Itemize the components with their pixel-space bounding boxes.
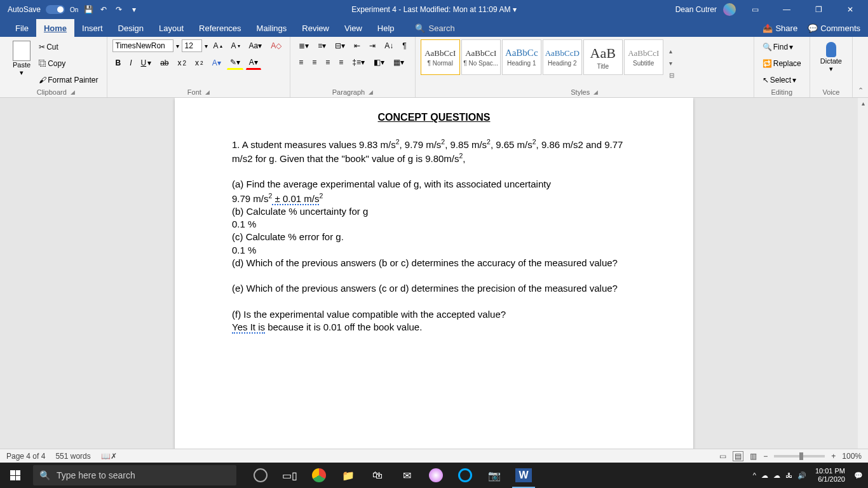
align-right-button[interactable]: ≡ — [322, 56, 333, 69]
onedrive-icon[interactable]: ☁ — [761, 471, 768, 480]
style-more-icon[interactable]: ⊟ — [666, 70, 677, 81]
onedrive-icon-2[interactable]: ☁ — [773, 471, 780, 480]
find-button[interactable]: 🔍Find ▾ — [759, 41, 804, 53]
scroll-up-icon[interactable]: ▴ — [858, 98, 868, 108]
microsoft-store-icon[interactable]: 🛍 — [363, 463, 391, 488]
taskbar-search[interactable]: 🔍 Type here to search — [33, 465, 236, 485]
network-icon[interactable]: 🖧 — [785, 471, 792, 479]
chevron-down-icon[interactable]: ▾ — [205, 43, 208, 50]
comments-button[interactable]: 💬 Comments — [808, 24, 860, 33]
style-heading-2[interactable]: AaBbCcDHeading 2 — [543, 39, 582, 75]
tab-help[interactable]: Help — [370, 19, 402, 37]
italic-button[interactable]: I — [126, 57, 135, 69]
clear-formatting-button[interactable]: A◇ — [268, 39, 285, 52]
font-size-input[interactable] — [182, 39, 202, 52]
collapse-ribbon-icon[interactable]: ⌃ — [858, 86, 864, 95]
text-effects-button[interactable]: A▾ — [209, 57, 224, 69]
document-area[interactable]: CONCEPT QUESTIONS 1. A student measures … — [0, 98, 868, 456]
style-heading-1[interactable]: AaBbCcHeading 1 — [502, 39, 541, 75]
word-count[interactable]: 551 words — [55, 452, 90, 461]
justify-button[interactable]: ≡ — [336, 56, 346, 69]
paste-button[interactable]: Paste ▾ — [10, 39, 33, 87]
vertical-scrollbar[interactable]: ▴ ▾ — [858, 98, 868, 456]
tab-references[interactable]: References — [191, 19, 248, 37]
cut-button[interactable]: ✂Cut — [36, 41, 101, 53]
cortana-circle-icon[interactable] — [451, 463, 479, 488]
paragraph-launcher-icon[interactable]: ◢ — [369, 89, 373, 95]
chevron-down-icon[interactable]: ▾ — [176, 43, 179, 50]
borders-button[interactable]: ▦▾ — [390, 56, 407, 69]
zoom-thumb[interactable] — [799, 452, 803, 460]
show-marks-button[interactable]: ¶ — [399, 39, 409, 52]
undo-icon[interactable]: ↶ — [98, 4, 109, 15]
tab-design[interactable]: Design — [111, 19, 151, 37]
ribbon-display-options-icon[interactable]: ▭ — [742, 0, 768, 19]
decrease-indent-button[interactable]: ⇤ — [351, 39, 363, 52]
file-explorer-icon[interactable]: 📁 — [334, 463, 362, 488]
page-indicator[interactable]: Page 4 of 4 — [6, 452, 45, 461]
clock[interactable]: 10:01 PM 6/1/2020 — [811, 467, 849, 484]
zoom-slider[interactable] — [774, 455, 825, 458]
action-center-icon[interactable]: 💬 — [854, 471, 863, 480]
highlight-button[interactable]: ✎▾ — [227, 56, 243, 70]
line-spacing-button[interactable]: ‡≡▾ — [349, 56, 368, 69]
font-color-button[interactable]: A▾ — [246, 56, 261, 70]
style-normal[interactable]: AaBbCcI¶ Normal — [421, 39, 460, 75]
zoom-out-button[interactable]: − — [763, 452, 768, 461]
select-button[interactable]: ↖Select ▾ — [759, 74, 804, 86]
spellcheck-icon[interactable]: 📖✗ — [101, 452, 117, 461]
replace-button[interactable]: 🔁Replace — [759, 57, 804, 70]
subscript-button[interactable]: x2 — [175, 57, 190, 69]
avatar[interactable] — [723, 3, 736, 16]
tab-home[interactable]: Home — [36, 19, 74, 37]
redo-icon[interactable]: ↷ — [114, 4, 124, 15]
clipboard-launcher-icon[interactable]: ◢ — [71, 89, 75, 95]
font-launcher-icon[interactable]: ◢ — [205, 89, 210, 95]
dictate-button[interactable]: Dictate ▾ — [815, 39, 847, 87]
maximize-button[interactable]: ❐ — [806, 0, 831, 19]
style-scroll-up-icon[interactable]: ▴ — [666, 46, 677, 57]
qat-customize-icon[interactable]: ▾ — [129, 4, 139, 15]
font-name-input[interactable] — [112, 39, 173, 52]
tab-insert[interactable]: Insert — [74, 19, 111, 37]
tray-expand-icon[interactable]: ^ — [753, 471, 756, 479]
grammar-flag[interactable]: ± 0.01 m/s — [272, 193, 319, 205]
itunes-icon[interactable] — [422, 463, 450, 488]
zoom-level[interactable]: 100% — [842, 452, 862, 461]
bullets-button[interactable]: ≣▾ — [295, 39, 312, 52]
document-title[interactable]: Experiment 4 - Last Modified: Mon at 11:… — [351, 5, 516, 14]
align-center-button[interactable]: ≡ — [309, 56, 320, 69]
copy-button[interactable]: ⿻Copy — [36, 57, 101, 70]
sort-button[interactable]: A↓ — [381, 39, 397, 52]
snip-icon[interactable]: 📷 — [480, 463, 508, 488]
format-painter-button[interactable]: 🖌Format Painter — [36, 74, 101, 86]
tab-review[interactable]: Review — [294, 19, 337, 37]
volume-icon[interactable]: 🔊 — [797, 471, 806, 480]
multilevel-list-button[interactable]: ⊟▾ — [332, 39, 348, 52]
tab-view[interactable]: View — [337, 19, 370, 37]
document-page[interactable]: CONCEPT QUESTIONS 1. A student measures … — [175, 98, 693, 454]
read-mode-icon[interactable]: ▭ — [719, 452, 726, 461]
shading-button[interactable]: ◧▾ — [370, 56, 388, 69]
bold-button[interactable]: B — [112, 57, 125, 69]
superscript-button[interactable]: x2 — [192, 57, 207, 69]
style-scroll-down-icon[interactable]: ▾ — [666, 58, 677, 69]
tell-me-search[interactable]: 🔍 Search — [415, 24, 455, 33]
tab-layout[interactable]: Layout — [151, 19, 191, 37]
tab-mailings[interactable]: Mailings — [249, 19, 295, 37]
numbering-button[interactable]: ≡▾ — [315, 39, 329, 52]
styles-launcher-icon[interactable]: ◢ — [593, 89, 598, 95]
share-button[interactable]: 📤 Share — [763, 24, 797, 33]
autosave-toggle[interactable] — [46, 5, 65, 14]
zoom-in-button[interactable]: + — [831, 452, 836, 461]
align-left-button[interactable]: ≡ — [295, 56, 306, 69]
start-button[interactable] — [0, 463, 31, 488]
save-icon[interactable]: 💾 — [83, 4, 93, 15]
tab-file[interactable]: File — [8, 19, 36, 37]
word-icon[interactable]: W — [510, 463, 538, 488]
user-name[interactable]: Dean Cutrer — [675, 5, 717, 14]
print-layout-icon[interactable]: ▤ — [733, 451, 743, 461]
style-title[interactable]: AaBTitle — [583, 39, 623, 75]
style-subtitle[interactable]: AaBbCcISubtitle — [624, 39, 663, 75]
grow-font-button[interactable]: A▴ — [210, 39, 226, 52]
